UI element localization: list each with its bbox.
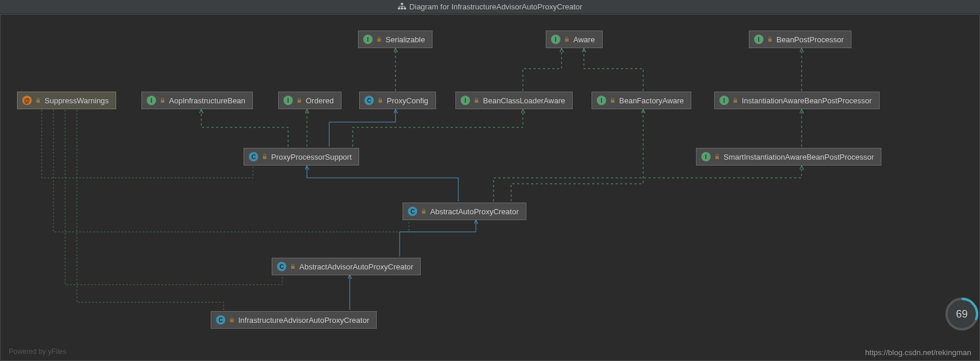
svg-rect-10 — [379, 100, 382, 103]
svg-rect-13 — [734, 100, 737, 103]
svg-rect-15 — [715, 156, 719, 159]
lock-icon — [35, 97, 41, 103]
svg-rect-18 — [230, 319, 234, 322]
interface-icon: I — [551, 35, 560, 44]
interface-icon: I — [363, 35, 373, 44]
node-ordered[interactable]: I Ordered — [278, 92, 342, 109]
svg-rect-9 — [298, 100, 301, 103]
interface-icon: I — [719, 96, 729, 105]
svg-rect-6 — [768, 39, 772, 42]
powered-by-label: Powered by yFiles — [9, 347, 66, 356]
class-icon: C — [249, 152, 258, 161]
title-text: Diagram for InfrastructureAdvisorAutoPro… — [410, 2, 583, 11]
node-beanfactoryaware[interactable]: I BeanFactoryAware — [592, 92, 691, 109]
node-aware[interactable]: I Aware — [546, 31, 603, 48]
node-beanclassloaderaware[interactable]: I BeanClassLoaderAware — [455, 92, 573, 109]
svg-rect-7 — [36, 100, 40, 103]
annotation-icon: @ — [22, 96, 32, 105]
lock-icon — [610, 97, 616, 103]
progress-value: 69 — [956, 308, 968, 320]
hierarchy-icon — [398, 1, 406, 15]
class-icon: C — [408, 207, 417, 216]
node-label: InstantiationAwareBeanPostProcessor — [742, 96, 872, 105]
node-label: InfrastructureAdvisorAutoProxyCreator — [238, 316, 369, 325]
node-label: SuppressWarnings — [45, 96, 109, 105]
node-label: Serializable — [386, 35, 425, 44]
interface-icon: I — [754, 35, 763, 44]
class-icon: C — [216, 315, 225, 325]
lock-icon — [229, 317, 235, 323]
node-suppresswarnings[interactable]: @ SuppressWarnings — [17, 92, 116, 109]
svg-rect-8 — [161, 100, 164, 103]
lock-icon — [296, 97, 302, 103]
svg-rect-12 — [611, 100, 614, 103]
node-label: SmartInstantiationAwareBeanPostProcessor — [724, 153, 874, 161]
svg-rect-3 — [404, 8, 406, 9]
lock-icon — [564, 36, 570, 42]
svg-rect-4 — [377, 39, 381, 42]
svg-rect-0 — [401, 3, 403, 5]
progress-ring: 69 — [944, 296, 979, 332]
class-icon: C — [277, 262, 286, 271]
svg-rect-2 — [401, 8, 403, 9]
class-icon: C — [364, 96, 374, 105]
lock-icon — [474, 97, 479, 103]
node-proxyprocessorsupport[interactable]: C ProxyProcessorSupport — [244, 148, 359, 166]
node-abstractadvisorautoproxycreator[interactable]: C AbstractAdvisorAutoProxyCreator — [272, 258, 421, 275]
interface-icon: I — [597, 96, 606, 105]
lock-icon — [160, 97, 165, 103]
node-label: BeanPostProcessor — [776, 35, 844, 44]
node-label: BeanFactoryAware — [619, 96, 684, 105]
diagram-canvas[interactable]: I Serializable I Aware I BeanPostProcess… — [0, 14, 980, 361]
node-label: Aware — [573, 35, 595, 44]
svg-rect-1 — [398, 8, 400, 9]
svg-rect-5 — [565, 39, 569, 42]
node-label: Ordered — [306, 96, 334, 105]
lock-icon — [377, 97, 383, 103]
interface-icon: I — [461, 96, 470, 105]
lock-icon — [767, 36, 773, 42]
node-label: AbstractAutoProxyCreator — [430, 207, 519, 216]
lock-icon — [732, 97, 738, 103]
node-proxyconfig[interactable]: C ProxyConfig — [359, 92, 436, 109]
svg-rect-11 — [475, 100, 478, 103]
watermark-url: https://blog.csdn.net/rekingman — [865, 348, 971, 357]
node-infrastructureadvisorautoproxycreator[interactable]: C InfrastructureAdvisorAutoProxyCreator — [211, 311, 377, 329]
node-abstractautoproxycreator[interactable]: C AbstractAutoProxyCreator — [403, 203, 526, 220]
interface-icon: I — [701, 152, 711, 161]
node-label: AopInfrastructureBean — [169, 96, 245, 105]
node-beanpostprocessor[interactable]: I BeanPostProcessor — [749, 31, 851, 48]
lock-icon — [714, 154, 720, 160]
interface-icon: I — [283, 96, 293, 105]
lock-icon — [262, 154, 268, 160]
edges-layer — [1, 15, 979, 360]
node-aopinfrastructurebean[interactable]: I AopInfrastructureBean — [141, 92, 253, 109]
lock-icon — [421, 208, 427, 214]
svg-rect-17 — [291, 266, 295, 269]
node-smartinstantiationawarebpp[interactable]: I SmartInstantiationAwareBeanPostProcess… — [696, 148, 881, 166]
node-label: ProxyConfig — [387, 96, 428, 105]
svg-rect-16 — [422, 211, 425, 214]
node-label: BeanClassLoaderAware — [483, 96, 565, 105]
node-instantiationawarebpp[interactable]: I InstantiationAwareBeanPostProcessor — [714, 92, 880, 109]
node-serializable[interactable]: I Serializable — [358, 31, 432, 48]
node-label: ProxyProcessorSupport — [271, 153, 352, 161]
lock-icon — [290, 264, 296, 269]
title-bar: Diagram for InfrastructureAdvisorAutoPro… — [0, 0, 980, 14]
svg-rect-14 — [263, 156, 266, 159]
interface-icon: I — [147, 96, 156, 105]
lock-icon — [376, 36, 382, 42]
node-label: AbstractAdvisorAutoProxyCreator — [299, 262, 413, 271]
